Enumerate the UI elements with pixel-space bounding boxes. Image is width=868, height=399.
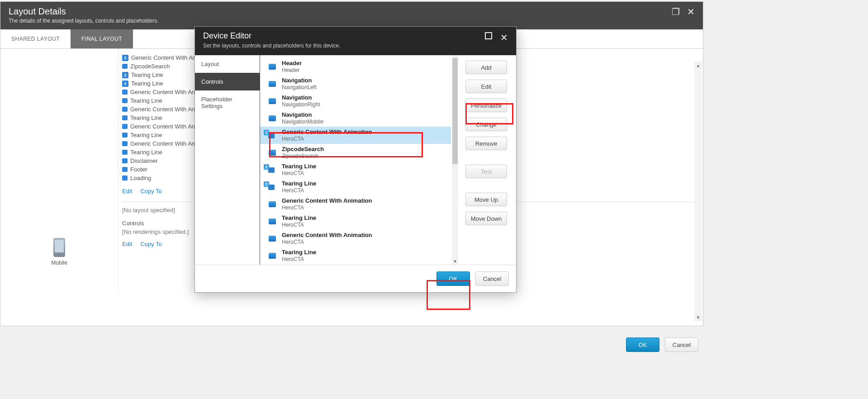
rendering-icon — [269, 201, 276, 207]
device-editor-sidebar: Layout Controls Placeholder Settings — [195, 55, 260, 265]
rendering-icon — [122, 167, 128, 172]
nav-controls[interactable]: Controls — [195, 73, 260, 90]
rendering-badge-icon: 2 — [122, 55, 128, 61]
list-item-label: Disclaimer — [130, 157, 158, 164]
rendering-icon — [122, 115, 128, 120]
list-item-label: Generic Content With An... — [131, 54, 201, 61]
move-down-button[interactable]: Move Down — [465, 212, 507, 225]
close-icon[interactable]: ✕ — [687, 6, 695, 17]
control-title: ZipcodeSearch — [282, 146, 324, 152]
tab-final-layout[interactable]: FINAL LAYOUT — [71, 29, 133, 48]
test-button: Test — [465, 165, 507, 178]
control-title: Generic Content With Animation — [282, 197, 372, 204]
layout-details-header: Layout Details The details of the assign… — [0, 2, 703, 29]
list-item-label: Generic Content With An... — [130, 123, 200, 130]
list-item-label: Generic Content With An... — [130, 140, 200, 147]
rendering-icon — [269, 253, 276, 259]
edit-link-2[interactable]: Edit — [122, 241, 132, 247]
control-row[interactable]: Tearing LineHeroCTA — [260, 213, 451, 230]
list-item-label: Tearing Line — [131, 80, 163, 87]
list-item-label: Tearing Line — [130, 132, 162, 138]
list-item-label: Footer — [130, 166, 147, 173]
edit-link[interactable]: Edit — [122, 188, 132, 195]
scroll-down-icon[interactable]: ▼ — [452, 258, 458, 265]
remove-button[interactable]: Remove — [465, 137, 507, 150]
control-row[interactable]: HeaderHeader — [260, 58, 451, 75]
add-button[interactable]: Add — [465, 61, 507, 74]
rendering-icon — [269, 236, 276, 242]
layout-cancel-button[interactable]: Cancel — [665, 337, 698, 352]
rendering-icon — [269, 98, 276, 104]
control-row[interactable]: Generic Content With AnimationHeroCTA — [260, 127, 451, 144]
scroll-thumb[interactable] — [452, 58, 458, 164]
control-subtitle: HeroCTA — [282, 256, 316, 262]
rendering-icon — [122, 124, 128, 129]
device-cancel-button[interactable]: Cancel — [475, 271, 509, 286]
control-row[interactable]: NavigationNavigationLeft — [260, 75, 451, 92]
device-label: Mobile — [51, 260, 67, 266]
control-row[interactable]: NavigationNavigationRight — [260, 92, 451, 109]
control-row[interactable]: Tearing LineHeroCTA — [260, 161, 451, 178]
control-row[interactable]: ZipcodeSearchZipcodeSearch — [260, 144, 451, 161]
device-editor-controls-panel: HeaderHeaderNavigationNavigationLeftNavi… — [260, 55, 458, 265]
personalize-button[interactable]: Personalize — [465, 99, 507, 112]
control-title: Navigation — [282, 111, 323, 118]
control-row[interactable]: Tearing LineHeroCTA — [260, 247, 451, 264]
control-subtitle: HeroCTA — [282, 239, 372, 245]
nav-placeholder-settings[interactable]: Placeholder Settings — [195, 90, 260, 115]
move-up-button[interactable]: Move Up — [465, 193, 507, 206]
rendering-icon — [122, 158, 128, 163]
control-subtitle: HeroCTA — [282, 136, 372, 142]
rendering-icon — [122, 64, 128, 69]
close-icon[interactable]: ✕ — [500, 32, 508, 43]
device-ok-button[interactable]: OK — [436, 271, 470, 286]
rendering-badge-icon: 2 — [122, 81, 128, 87]
control-row[interactable]: NavigationNavigationMobile — [260, 109, 451, 127]
control-title: Generic Content With Animation — [282, 128, 372, 135]
control-row[interactable]: Generic Content With AnimationHeroCTA — [260, 195, 451, 213]
copy-to-link-2[interactable]: Copy To — [140, 241, 161, 247]
tab-shared-layout[interactable]: SHARED LAYOUT — [0, 29, 71, 48]
layout-details-title: Layout Details — [9, 6, 159, 17]
control-subtitle: NavigationRight — [282, 101, 320, 108]
control-row[interactable]: Tearing LineHeroCTA — [260, 178, 451, 195]
maximize-icon[interactable] — [485, 32, 492, 39]
rendering-icon — [122, 90, 128, 95]
device-column: Mobile — [0, 49, 118, 293]
control-row[interactable]: Generic Content With AnimationHeroCTA — [260, 230, 451, 247]
scroll-up-icon[interactable]: ▲ — [694, 62, 702, 69]
control-subtitle: HeroCTA — [282, 204, 372, 211]
control-title: Navigation — [282, 94, 320, 101]
control-title: Tearing Line — [282, 249, 316, 256]
rendering-icon — [269, 81, 276, 87]
device-editor-subtitle: Set the layouts, controls and placeholde… — [203, 43, 341, 49]
rendering-icon — [269, 64, 276, 70]
device-editor-title: Device Editor — [203, 31, 341, 41]
list-item-label: Generic Content With An... — [130, 89, 200, 95]
change-button[interactable]: Change — [465, 118, 507, 131]
list-item-label: ZipcodeSearch — [130, 63, 170, 70]
controls-scrollbar[interactable]: ▼ — [452, 55, 458, 265]
device-editor-actions: Add Edit Personalize Change Remove Test … — [458, 55, 516, 265]
nav-layout[interactable]: Layout — [195, 55, 260, 73]
layout-details-subtitle: The details of the assigned layouts, con… — [9, 18, 159, 24]
copy-to-link[interactable]: Copy To — [140, 188, 161, 195]
control-subtitle: HeroCTA — [282, 170, 316, 176]
scroll-down-icon[interactable]: ▼ — [694, 314, 702, 321]
restore-icon[interactable]: ❐ — [672, 6, 680, 17]
scrollbar[interactable]: ▲ ▼ — [694, 62, 702, 321]
list-item-label: Tearing Line — [131, 71, 163, 78]
control-title: Tearing Line — [282, 180, 316, 187]
controls-list: HeaderHeaderNavigationNavigationLeftNavi… — [260, 58, 451, 265]
control-title: Header — [282, 60, 302, 66]
control-subtitle: ZipcodeSearch — [282, 153, 324, 159]
edit-button[interactable]: Edit — [465, 80, 507, 93]
layout-ok-button[interactable]: OK — [626, 337, 659, 352]
control-title: Tearing Line — [282, 163, 316, 170]
list-item-label: Tearing Line — [130, 97, 162, 104]
mobile-device-icon — [53, 238, 65, 257]
list-item-label: Generic Content With An... — [130, 106, 200, 113]
control-subtitle: NavigationLeft — [282, 84, 317, 90]
control-title: Generic Content With Animation — [282, 232, 372, 238]
control-title: Navigation — [282, 77, 317, 84]
